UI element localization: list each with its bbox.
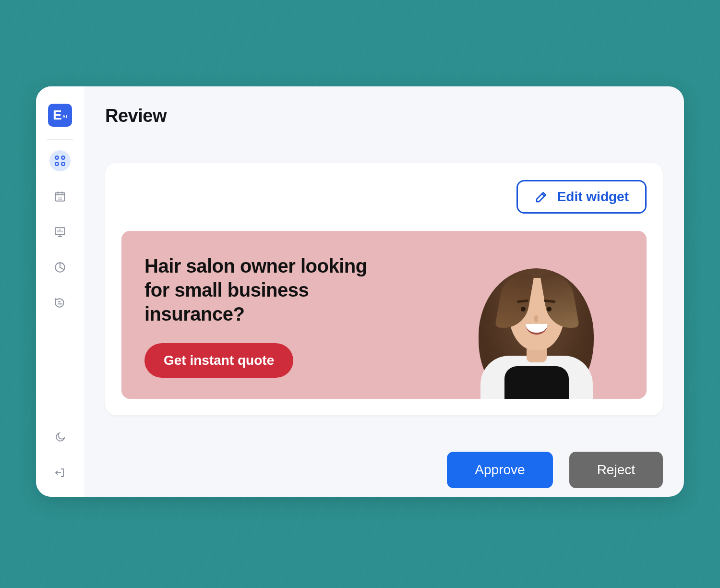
reject-button[interactable]: Reject [569,452,663,488]
svg-point-0 [55,156,59,159]
widget-headline: Hair salon owner looking for small busin… [144,254,394,326]
theme-toggle[interactable] [49,427,71,448]
dashboard-icon [53,154,67,168]
moon-icon [53,431,67,444]
svg-point-2 [55,162,59,166]
sidebar-item-presentation[interactable] [49,221,71,242]
sidebar-bottom [49,427,71,483]
widget-text-block: Hair salon owner looking for small busin… [121,231,426,399]
sidebar: EAI 12 [36,86,84,497]
sidebar-nav: 12 [49,150,71,427]
svg-point-3 [61,162,65,166]
app-window: EAI 12 [36,86,684,497]
presentation-icon [53,225,67,239]
svg-point-1 [61,156,65,159]
card-toolbar: Edit widget [121,180,647,214]
page-title: Review [105,106,663,126]
logout-icon [53,466,67,480]
brand-logo[interactable]: EAI [48,104,72,127]
get-quote-button[interactable]: Get instant quote [144,343,293,378]
edit-widget-button[interactable]: Edit widget [516,180,647,214]
brand-logo-letter: E [53,108,62,123]
approve-button[interactable]: Approve [447,452,552,488]
person-illustration [455,240,618,399]
pie-chart-icon [53,261,67,274]
sidebar-item-chat[interactable] [49,292,71,313]
logout-button[interactable] [49,462,71,483]
chat-icon [53,296,67,310]
sidebar-item-dashboard[interactable] [49,150,71,171]
review-card: Edit widget Hair salon owner looking for… [105,163,663,415]
widget-image [426,231,647,399]
sidebar-divider [47,139,73,140]
widget-preview: Hair salon owner looking for small busin… [121,231,647,399]
calendar-icon: 12 [53,190,67,203]
sidebar-item-calendar[interactable]: 12 [49,186,71,207]
footer-actions: Approve Reject [105,452,663,488]
svg-text:12: 12 [58,196,62,201]
sidebar-item-reports[interactable] [49,257,71,278]
edit-icon [534,190,549,204]
brand-logo-sub: AI [62,114,67,119]
edit-widget-label: Edit widget [557,189,629,204]
main-content: Review Edit widget Hair salon owner look… [84,86,684,497]
